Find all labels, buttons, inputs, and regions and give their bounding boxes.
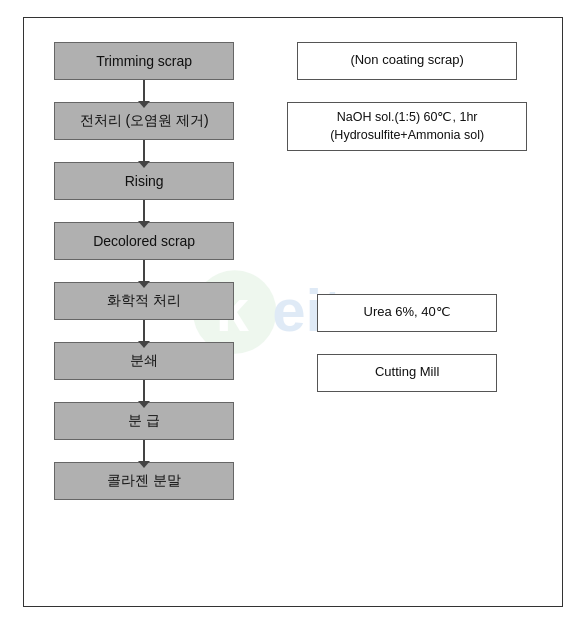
main-container: k eit Trimming scrap 전처리 (오염원 제거) Rising… <box>23 17 563 607</box>
notes-column: (Non coating scrap) NaOH sol.(1:5) 60℃, … <box>268 38 546 392</box>
arrow-2 <box>143 140 145 162</box>
arrow-1 <box>143 80 145 102</box>
note-chemical: Urea 6%, 40℃ <box>317 294 497 332</box>
note-slot-4: Urea 6%, 40℃ <box>268 294 546 332</box>
arrow-4 <box>143 260 145 282</box>
arrow-6 <box>143 380 145 402</box>
note-slot-1: NaOH sol.(1:5) 60℃, 1hr(Hydrosulfite+Amm… <box>268 102 546 152</box>
step-trimming-scrap: Trimming scrap <box>40 42 248 80</box>
note-slot-5: Cutting Mill <box>268 354 546 392</box>
note-pretreatment-text: NaOH sol.(1:5) 60℃, 1hr(Hydrosulfite+Amm… <box>330 109 484 144</box>
note-pretreatment: NaOH sol.(1:5) 60℃, 1hr(Hydrosulfite+Amm… <box>287 102 527 151</box>
arrow-3 <box>143 200 145 222</box>
box-trimming-scrap: Trimming scrap <box>54 42 234 80</box>
flow-column: Trimming scrap 전처리 (오염원 제거) Rising Decol… <box>40 38 248 500</box>
note-trimming: (Non coating scrap) <box>297 42 517 80</box>
arrow-5 <box>143 320 145 342</box>
arrow-7 <box>143 440 145 462</box>
note-crushing: Cutting Mill <box>317 354 497 392</box>
note-slot-0: (Non coating scrap) <box>268 42 546 80</box>
